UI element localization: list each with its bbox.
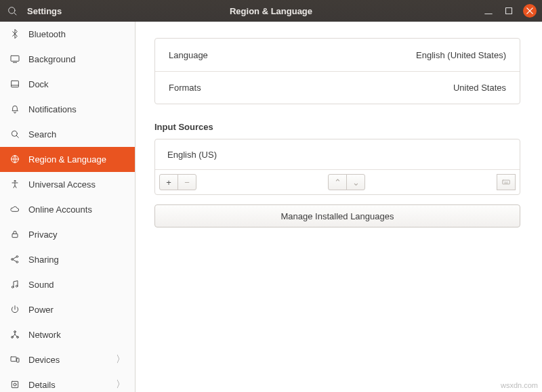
dock-icon: [9, 79, 20, 89]
cloud-icon: [9, 204, 20, 215]
sidebar-item-label: Universal Access: [28, 179, 125, 190]
remove-input-source-button[interactable]: −: [178, 174, 196, 190]
close-button[interactable]: [523, 4, 537, 18]
sidebar-item-sharing[interactable]: Sharing: [0, 247, 135, 272]
sidebar-item-label: Devices: [28, 355, 108, 365]
language-value: English (United States): [416, 50, 506, 60]
sidebar-item-label: Dock: [28, 79, 125, 89]
sidebar-item-label: Notifications: [28, 104, 125, 114]
move-up-button[interactable]: ⌃: [328, 174, 347, 190]
move-down-button[interactable]: ⌄: [346, 174, 365, 190]
formats-value: United States: [453, 83, 506, 93]
language-row[interactable]: Language English (United States): [155, 39, 520, 71]
share-icon: [9, 254, 20, 265]
app-name: Settings: [27, 6, 62, 16]
sidebar-item-label: Bluetooth: [28, 29, 125, 39]
sidebar-item-label: Power: [28, 305, 125, 315]
sidebar-item-search[interactable]: Search: [0, 122, 135, 147]
language-label: Language: [169, 50, 208, 60]
details-icon: [9, 379, 20, 390]
svg-point-13: [14, 180, 16, 181]
maximize-button[interactable]: [503, 5, 515, 17]
svg-rect-8: [12, 81, 19, 87]
input-sources-list: English (US) + − ⌃ ⌄: [154, 139, 520, 195]
sidebar-item-label: Region & Language: [28, 154, 125, 165]
input-source-item[interactable]: English (US): [155, 139, 520, 169]
svg-rect-25: [12, 381, 18, 387]
svg-point-18: [12, 286, 14, 288]
svg-line-11: [16, 135, 18, 137]
add-input-source-button[interactable]: +: [159, 174, 178, 190]
sidebar-item-label: Details: [28, 380, 108, 390]
svg-rect-14: [12, 234, 18, 237]
chevron-right-icon: 〉: [116, 353, 125, 366]
show-keyboard-layout-button[interactable]: [497, 174, 516, 190]
minimize-button[interactable]: [482, 5, 495, 17]
power-icon: [9, 304, 20, 315]
sidebar-item-label: Sound: [28, 280, 125, 290]
notifications-icon: [9, 104, 20, 114]
sidebar-item-online-accounts[interactable]: Online Accounts: [0, 197, 135, 222]
sidebar-item-network[interactable]: Network: [0, 322, 135, 347]
sidebar-item-label: Sharing: [28, 255, 125, 265]
svg-point-0: [9, 7, 15, 14]
sidebar-item-label: Background: [28, 54, 125, 64]
sound-icon: [9, 279, 20, 290]
chevron-right-icon: 〉: [116, 378, 125, 391]
sidebar-item-label: Search: [28, 129, 125, 139]
background-icon: [9, 53, 20, 64]
svg-line-1: [14, 13, 16, 15]
svg-rect-6: [11, 56, 19, 61]
svg-point-26: [14, 383, 16, 386]
svg-rect-23: [11, 357, 16, 362]
manage-installed-languages-button[interactable]: Manage Installed Languages: [154, 204, 520, 227]
sidebar: Bluetooth Background Dock Notifications …: [0, 22, 136, 392]
input-sources-toolbar: + − ⌃ ⌄: [155, 169, 520, 194]
svg-rect-24: [17, 358, 19, 362]
search-icon[interactable]: [7, 5, 18, 16]
sidebar-item-label: Network: [28, 330, 125, 340]
sidebar-item-background[interactable]: Background: [0, 47, 135, 72]
devices-icon: [9, 354, 20, 365]
page-title: Region & Language: [0, 6, 542, 16]
sidebar-item-privacy[interactable]: Privacy: [0, 222, 135, 247]
svg-point-19: [16, 285, 18, 287]
formats-label: Formats: [169, 83, 201, 93]
manage-button-label: Manage Installed Languages: [281, 211, 394, 221]
search-icon: [9, 129, 20, 139]
sidebar-item-devices[interactable]: Devices 〉: [0, 347, 135, 372]
input-source-name: English (US): [167, 150, 217, 160]
svg-rect-27: [503, 180, 510, 184]
input-sources-heading: Input Sources: [154, 122, 520, 132]
sidebar-item-dock[interactable]: Dock: [0, 72, 135, 97]
lock-icon: [9, 229, 20, 240]
formats-row[interactable]: Formats United States: [155, 71, 520, 104]
sidebar-item-notifications[interactable]: Notifications: [0, 97, 135, 122]
sidebar-item-power[interactable]: Power: [0, 297, 135, 322]
sidebar-item-universal-access[interactable]: Universal Access: [0, 172, 135, 197]
sidebar-item-details[interactable]: Details 〉: [0, 372, 135, 392]
universal-access-icon: [9, 179, 20, 190]
sidebar-item-sound[interactable]: Sound: [0, 272, 135, 297]
sidebar-item-label: Online Accounts: [28, 204, 125, 215]
region-group: Language English (United States) Formats…: [154, 38, 520, 104]
sidebar-item-bluetooth[interactable]: Bluetooth: [0, 22, 135, 47]
sidebar-item-label: Privacy: [28, 230, 125, 240]
watermark: wsxdn.com: [501, 381, 538, 389]
bluetooth-icon: [9, 28, 20, 39]
globe-icon: [9, 154, 20, 165]
network-icon: [9, 329, 20, 340]
svg-rect-3: [506, 8, 512, 14]
sidebar-item-region-language[interactable]: Region & Language: [0, 147, 135, 172]
titlebar: Settings Region & Language: [0, 0, 542, 22]
content-pane: Language English (United States) Formats…: [136, 22, 542, 392]
